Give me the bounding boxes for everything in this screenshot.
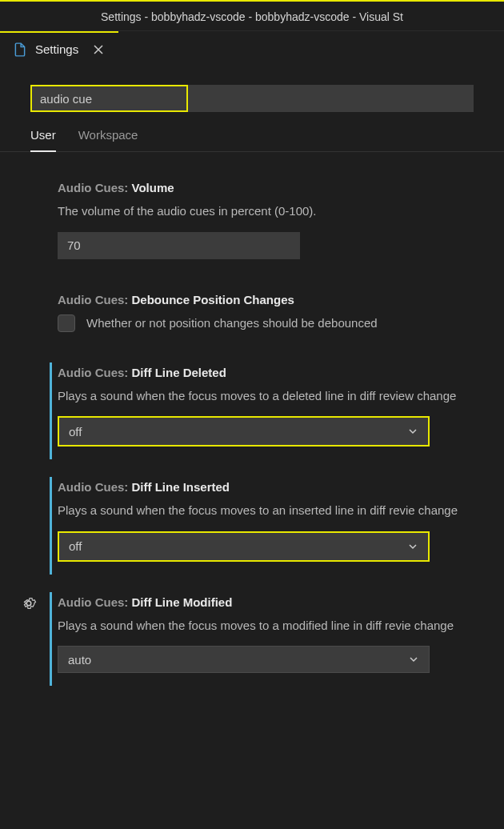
setting-description: Plays a sound when the focus moves to a … (58, 387, 504, 406)
tab-settings[interactable]: Settings (0, 31, 118, 66)
scope-tab-workspace[interactable]: Workspace (78, 128, 138, 151)
title-bar: Settings - bobbyhadz-vscode - bobbyhadz-… (0, 0, 504, 30)
modified-indicator (50, 477, 52, 575)
close-icon[interactable] (91, 42, 106, 57)
settings-content: User Workspace Audio Cues: Volume The vo… (0, 66, 504, 673)
settings-list: Audio Cues: Volume The volume of the aud… (0, 152, 504, 673)
setting-volume: Audio Cues: Volume The volume of the aud… (0, 181, 504, 259)
search-container (0, 85, 504, 128)
setting-debounce: Audio Cues: Debounce Position Changes Wh… (0, 293, 504, 332)
tab-bar: Settings (0, 30, 504, 66)
tab-label: Settings (35, 42, 78, 56)
setting-description: Plays a sound when the focus moves to an… (58, 502, 504, 520)
setting-title: Audio Cues: Diff Line Modified (58, 595, 504, 609)
search-input[interactable] (30, 85, 188, 112)
setting-title: Audio Cues: Volume (58, 181, 504, 194)
scope-tabs: User Workspace (0, 128, 504, 152)
select-value: off (69, 539, 82, 553)
chevron-down-icon (408, 654, 419, 665)
setting-title: Audio Cues: Diff Line Inserted (58, 480, 504, 494)
diff-deleted-select[interactable]: off (58, 416, 430, 447)
setting-diff-deleted: Audio Cues: Diff Line Deleted Plays a so… (0, 366, 504, 447)
modified-indicator (50, 362, 52, 460)
diff-inserted-select[interactable]: off (58, 531, 430, 562)
diff-modified-select[interactable]: auto (58, 646, 430, 673)
setting-description: Plays a sound when the focus moves to a … (58, 617, 504, 635)
chevron-down-icon (407, 541, 418, 552)
setting-description: The volume of the audio cues in percent … (58, 202, 504, 221)
checkbox-label: Whether or not position changes should b… (86, 316, 378, 330)
chevron-down-icon (407, 426, 418, 437)
setting-diff-inserted: Audio Cues: Diff Line Inserted Plays a s… (0, 480, 504, 562)
select-value: auto (68, 653, 91, 667)
select-value: off (69, 425, 82, 439)
scope-tab-user[interactable]: User (30, 128, 56, 151)
setting-title: Audio Cues: Debounce Position Changes (58, 293, 504, 306)
setting-diff-modified: Audio Cues: Diff Line Modified Plays a s… (0, 595, 504, 674)
checkbox-row: Whether or not position changes should b… (58, 314, 504, 332)
window-title: Settings - bobbyhadz-vscode - bobbyhadz-… (101, 10, 403, 23)
volume-input[interactable] (58, 232, 300, 259)
setting-title: Audio Cues: Diff Line Deleted (58, 366, 504, 379)
search-bar-extension (188, 85, 474, 112)
modified-indicator (50, 592, 52, 687)
gear-icon[interactable] (21, 595, 37, 614)
file-icon (13, 42, 27, 57)
debounce-checkbox[interactable] (58, 314, 75, 332)
